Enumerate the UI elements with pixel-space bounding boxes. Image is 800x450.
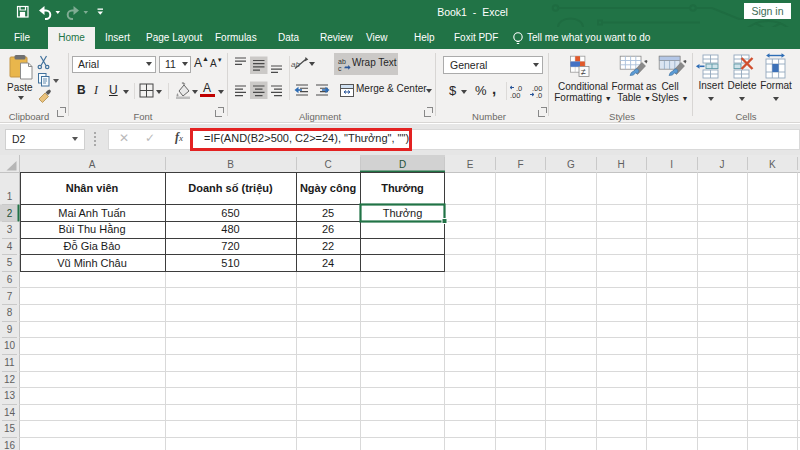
svg-text:16: 16 [4,440,16,450]
svg-text:Thưởng: Thưởng [383,207,423,219]
svg-text:Đỗ Gia Bảo: Đỗ Gia Bảo [64,240,121,252]
svg-text:13: 13 [4,390,16,401]
svg-text:.00: .00 [510,91,520,99]
svg-text:K: K [769,159,776,170]
svg-text:A: A [89,159,96,170]
svg-text:Nhân viên: Nhân viên [66,182,119,194]
svg-text:6: 6 [7,274,13,285]
svg-text:480: 480 [221,223,239,235]
svg-text:B: B [227,159,234,170]
svg-text:Ngày công: Ngày công [300,182,356,194]
svg-text:Vũ Minh Châu: Vũ Minh Châu [57,257,127,269]
svg-text:I: I [670,159,673,170]
svg-text:E: E [467,159,474,170]
svg-text:11: 11 [4,357,15,368]
svg-text:c: c [338,65,342,72]
svg-text:Doanh số (triệu): Doanh số (triệu) [188,182,273,195]
svg-text:510: 510 [221,257,239,269]
svg-text:.0: .0 [536,91,542,99]
svg-text:D: D [399,159,406,170]
svg-text:G: G [567,159,575,170]
svg-text:1: 1 [7,191,13,202]
svg-text:7: 7 [7,291,13,302]
svg-text:Thưởng: Thưởng [381,182,424,194]
svg-text:14: 14 [4,407,16,418]
svg-text:9: 9 [7,324,13,335]
svg-text:≠: ≠ [581,67,586,77]
svg-text:25: 25 [322,207,334,219]
svg-text:8: 8 [7,307,13,318]
svg-text:12: 12 [4,374,16,385]
svg-text:Bùi Thu Hằng: Bùi Thu Hằng [58,223,125,235]
svg-text:5: 5 [7,257,13,268]
svg-text:C: C [324,159,331,170]
svg-text:4: 4 [7,241,13,252]
svg-text:2: 2 [7,208,13,219]
svg-text:15: 15 [4,423,16,434]
svg-text:Mai Anh Tuấn: Mai Anh Tuấn [58,207,125,219]
svg-text:24: 24 [322,257,334,269]
svg-text:10: 10 [4,340,16,351]
svg-text:H: H [618,159,625,170]
svg-text:3: 3 [7,224,13,235]
svg-text:ab: ab [338,58,346,65]
svg-text:650: 650 [221,207,239,219]
svg-text:26: 26 [322,223,334,235]
svg-text:F: F [517,159,523,170]
svg-text:J: J [720,159,725,170]
svg-text:22: 22 [322,240,334,252]
svg-text:720: 720 [221,240,239,252]
